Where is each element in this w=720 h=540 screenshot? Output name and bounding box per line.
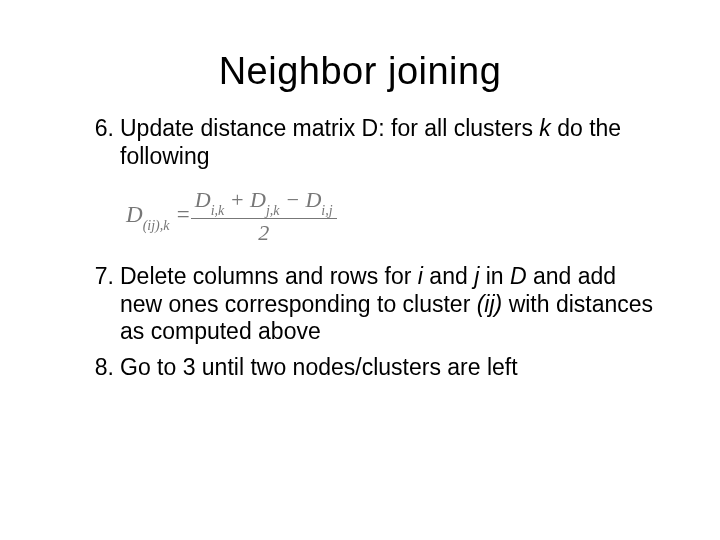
algorithm-steps-cont: 7. Delete columns and rows for i and j i… (60, 263, 660, 381)
symbol-D: D (250, 187, 266, 212)
text-fragment: in (479, 263, 510, 289)
step-number: 6. (84, 115, 114, 143)
cluster-ij: (ij) (477, 291, 503, 317)
step-text: Go to 3 until two nodes/clusters are lef… (120, 354, 518, 380)
variable-k: k (539, 115, 551, 141)
variable-D: D (510, 263, 527, 289)
subscript: (ij),k (143, 218, 170, 233)
step-number: 7. (84, 263, 114, 291)
step-7: 7. Delete columns and rows for i and j i… (90, 263, 660, 346)
subscript: j,k (266, 203, 280, 218)
text-fragment: and (423, 263, 474, 289)
algorithm-steps: 6. Update distance matrix D: for all clu… (60, 115, 660, 170)
symbol-D: D (305, 187, 321, 212)
numerator: Di,k + Dj,k − Di,j (191, 188, 337, 219)
page-title: Neighbor joining (60, 50, 660, 93)
equals-sign: = (169, 202, 190, 227)
step-8: 8. Go to 3 until two nodes/clusters are … (90, 354, 660, 382)
step-number: 8. (84, 354, 114, 382)
slide: Neighbor joining 6. Update distance matr… (0, 0, 720, 540)
step-6: 6. Update distance matrix D: for all clu… (90, 115, 660, 170)
symbol-D: D (126, 202, 143, 227)
minus-sign: − (280, 187, 306, 212)
distance-update-formula: D(ij),k = Di,k + Dj,k − Di,j 2 (126, 188, 660, 245)
subscript: i,k (211, 203, 225, 218)
symbol-D: D (195, 187, 211, 212)
formula-lhs: D(ij),k = (126, 202, 191, 231)
subscript: i,j (321, 203, 332, 218)
step-text: Update distance matrix D: for all cluste… (120, 115, 621, 169)
step-text: Delete columns and rows for i and j in D… (120, 263, 653, 344)
fraction: Di,k + Dj,k − Di,j 2 (191, 188, 337, 245)
denominator: 2 (191, 219, 337, 245)
plus-sign: + (224, 187, 250, 212)
text-fragment: Update distance matrix D: for all cluste… (120, 115, 539, 141)
text-fragment: Delete columns and rows for (120, 263, 418, 289)
